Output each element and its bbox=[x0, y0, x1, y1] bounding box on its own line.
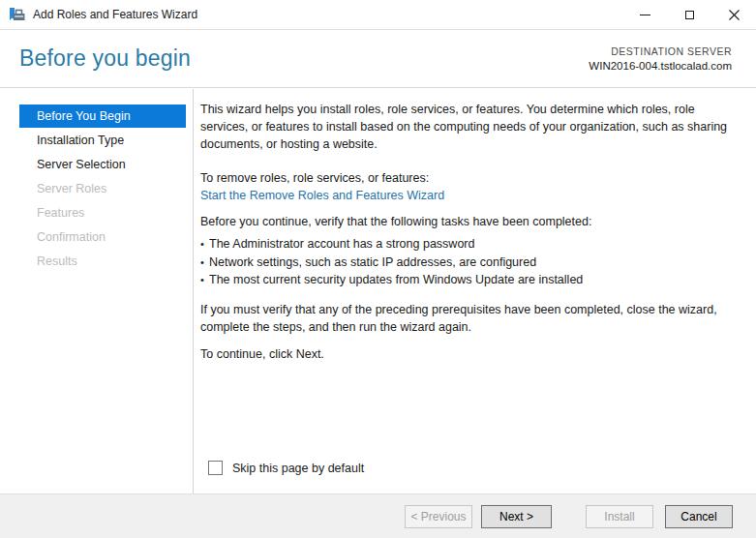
next-button[interactable]: Next > bbox=[481, 505, 552, 528]
task-item: • The most current security updates from… bbox=[200, 271, 733, 289]
page-title: Before you begin bbox=[19, 45, 191, 72]
task-text: The Administrator account has a strong p… bbox=[209, 235, 474, 254]
sidebar-item-server-selection[interactable]: Server Selection bbox=[19, 153, 186, 176]
bullet-icon: • bbox=[200, 235, 209, 254]
toolbox-icon bbox=[10, 7, 25, 22]
minimize-button[interactable] bbox=[622, 0, 667, 29]
window-title: Add Roles and Features Wizard bbox=[33, 8, 197, 21]
wizard-header: Before you begin DESTINATION SERVER WIN2… bbox=[0, 30, 756, 88]
wizard-step-sidebar: Before You Begin Installation Type Serve… bbox=[0, 89, 194, 493]
cancel-button[interactable]: Cancel bbox=[665, 505, 733, 528]
wizard-body: Before You Begin Installation Type Serve… bbox=[0, 89, 756, 493]
skip-page-row: Skip this page by default bbox=[208, 461, 364, 475]
install-button: Install bbox=[586, 505, 653, 528]
remove-paragraph: To remove roles, role services, or featu… bbox=[200, 169, 733, 204]
wizard-footer: < Previous Next > Install Cancel bbox=[0, 493, 756, 538]
titlebar: Add Roles and Features Wizard bbox=[0, 0, 756, 30]
verify-paragraph: Before you continue, verify that the fol… bbox=[200, 213, 733, 230]
window-controls bbox=[622, 0, 756, 29]
maximize-button[interactable] bbox=[667, 0, 711, 29]
task-item: • Network settings, such as static IP ad… bbox=[200, 254, 733, 272]
bullet-icon: • bbox=[200, 254, 209, 272]
remove-intro-text: To remove roles, role services, or featu… bbox=[200, 171, 429, 185]
destination-server-name: WIN2016-004.tstlocalad.com bbox=[589, 59, 732, 74]
maximize-icon bbox=[685, 11, 694, 19]
sidebar-item-confirmation: Confirmation bbox=[19, 225, 186, 249]
skip-page-checkbox[interactable] bbox=[208, 461, 223, 475]
task-text: The most current security updates from W… bbox=[209, 271, 583, 289]
destination-server-block: DESTINATION SERVER WIN2016-004.tstlocala… bbox=[589, 45, 732, 74]
close-button[interactable] bbox=[711, 0, 756, 29]
bullet-icon: • bbox=[200, 271, 209, 289]
minimize-icon bbox=[640, 15, 650, 15]
task-item: • The Administrator account has a strong… bbox=[200, 235, 733, 254]
page-content: This wizard helps you install roles, rol… bbox=[194, 89, 756, 493]
sidebar-item-features: Features bbox=[19, 201, 186, 224]
sidebar-item-results: Results bbox=[19, 250, 186, 273]
wizard-window: Add Roles and Features Wizard Before you… bbox=[0, 0, 756, 538]
task-list: • The Administrator account has a strong… bbox=[200, 235, 733, 289]
continue-note: To continue, click Next. bbox=[200, 345, 733, 363]
task-text: Network settings, such as static IP addr… bbox=[209, 254, 536, 272]
remove-wizard-link[interactable]: Start the Remove Roles and Features Wiza… bbox=[200, 189, 444, 202]
sidebar-item-server-roles: Server Roles bbox=[19, 177, 186, 200]
intro-paragraph: This wizard helps you install roles, rol… bbox=[200, 101, 733, 153]
previous-button: < Previous bbox=[405, 505, 472, 528]
destination-server-label: DESTINATION SERVER bbox=[589, 45, 732, 59]
close-icon bbox=[729, 10, 740, 20]
sidebar-item-installation-type[interactable]: Installation Type bbox=[19, 129, 186, 152]
prerequisites-note: If you must verify that any of the prece… bbox=[200, 301, 733, 336]
skip-page-label[interactable]: Skip this page by default bbox=[232, 462, 364, 475]
sidebar-item-before-you-begin[interactable]: Before You Begin bbox=[19, 105, 186, 128]
